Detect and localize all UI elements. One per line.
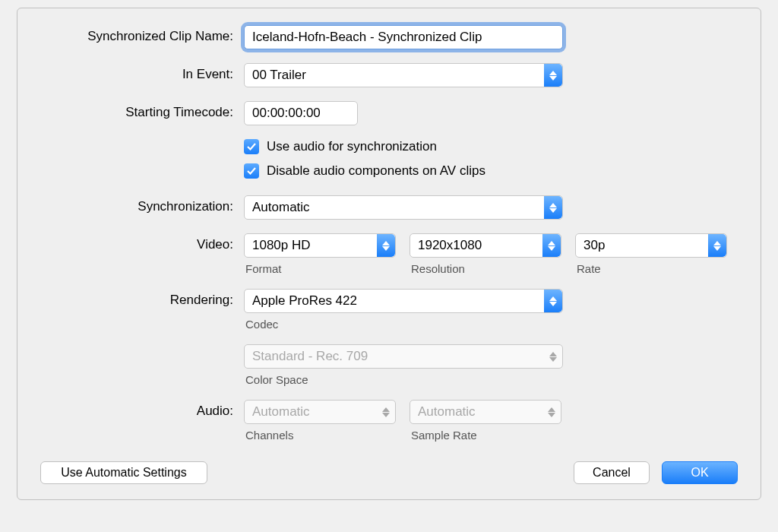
rendering-codec-select[interactable]: Apple ProRes 422 <box>244 289 563 313</box>
audio-channels-select: Automatic <box>244 400 396 424</box>
svg-marker-0 <box>549 71 557 75</box>
cancel-button[interactable]: Cancel <box>574 461 650 484</box>
samplerate-sublabel: Sample Rate <box>410 429 561 442</box>
audio-channels-value: Automatic <box>252 404 310 420</box>
ok-button[interactable]: OK <box>662 461 738 484</box>
format-sublabel: Format <box>244 262 396 275</box>
svg-marker-1 <box>549 76 557 81</box>
chevron-updown-icon <box>544 290 562 312</box>
chevron-updown-icon <box>377 234 395 257</box>
chevron-updown-icon <box>542 234 561 257</box>
rendering-colorspace-select: Standard - Rec. 709 <box>244 344 563 369</box>
resolution-sublabel: Resolution <box>410 262 561 275</box>
chevron-updown-icon <box>377 401 395 423</box>
clip-name-input[interactable]: Iceland-Hofn-Beach - Synchronized Clip <box>244 25 563 49</box>
video-rate-select[interactable]: 30p <box>575 233 727 258</box>
use-audio-checkbox[interactable] <box>244 139 259 154</box>
chevron-updown-icon <box>544 345 562 368</box>
in-event-value: 00 Trailer <box>252 68 306 83</box>
video-format-value: 1080p HD <box>252 238 311 253</box>
clip-name-label: Synchronized Clip Name: <box>40 25 244 44</box>
audio-label: Audio: <box>40 400 244 419</box>
chevron-updown-icon <box>542 401 561 423</box>
chevron-updown-icon <box>544 196 562 219</box>
video-rate-value: 30p <box>584 238 605 253</box>
sync-clip-dialog: Synchronized Clip Name: Iceland-Hofn-Bea… <box>17 8 761 500</box>
svg-marker-17 <box>548 413 555 417</box>
svg-marker-8 <box>713 241 721 245</box>
synchronization-value: Automatic <box>252 200 310 215</box>
svg-marker-4 <box>382 241 390 245</box>
svg-marker-9 <box>713 246 721 251</box>
channels-sublabel: Channels <box>244 429 396 442</box>
disable-audio-checkbox[interactable] <box>244 163 259 179</box>
svg-marker-11 <box>549 302 557 306</box>
auto-settings-button[interactable]: Use Automatic Settings <box>40 461 207 484</box>
rendering-colorspace-value: Standard - Rec. 709 <box>252 349 368 364</box>
rate-sublabel: Rate <box>575 262 727 275</box>
svg-marker-16 <box>548 407 555 412</box>
svg-marker-5 <box>382 246 390 251</box>
codec-sublabel: Codec <box>244 318 563 331</box>
timecode-value: 00:00:00:00 <box>252 106 321 121</box>
video-format-select[interactable]: 1080p HD <box>244 233 396 258</box>
video-resolution-select[interactable]: 1920x1080 <box>410 233 561 258</box>
rendering-label: Rendering: <box>40 289 244 308</box>
synchronization-select[interactable]: Automatic <box>244 195 563 220</box>
svg-marker-2 <box>549 203 557 207</box>
audio-samplerate-select: Automatic <box>410 400 561 424</box>
svg-marker-6 <box>548 241 555 245</box>
svg-marker-13 <box>549 357 557 362</box>
rendering-codec-value: Apple ProRes 422 <box>252 293 357 309</box>
video-resolution-value: 1920x1080 <box>418 238 482 253</box>
clip-name-value: Iceland-Hofn-Beach - Synchronized Clip <box>252 30 482 45</box>
svg-marker-7 <box>548 246 555 251</box>
timecode-label: Starting Timecode: <box>40 101 244 120</box>
synchronization-label: Synchronization: <box>40 195 244 214</box>
colorspace-sublabel: Color Space <box>244 373 563 386</box>
chevron-updown-icon <box>544 64 562 87</box>
video-label: Video: <box>40 233 244 252</box>
in-event-select[interactable]: 00 Trailer <box>244 63 563 87</box>
in-event-label: In Event: <box>40 63 244 82</box>
svg-marker-12 <box>549 352 557 356</box>
svg-marker-3 <box>549 208 557 213</box>
svg-marker-14 <box>382 407 390 412</box>
chevron-updown-icon <box>708 234 726 257</box>
audio-samplerate-value: Automatic <box>418 404 476 420</box>
use-audio-label: Use audio for synchronization <box>267 139 437 154</box>
svg-marker-15 <box>382 413 390 417</box>
disable-audio-label: Disable audio components on AV clips <box>267 163 485 179</box>
svg-marker-10 <box>549 296 557 301</box>
timecode-input[interactable]: 00:00:00:00 <box>244 101 358 125</box>
